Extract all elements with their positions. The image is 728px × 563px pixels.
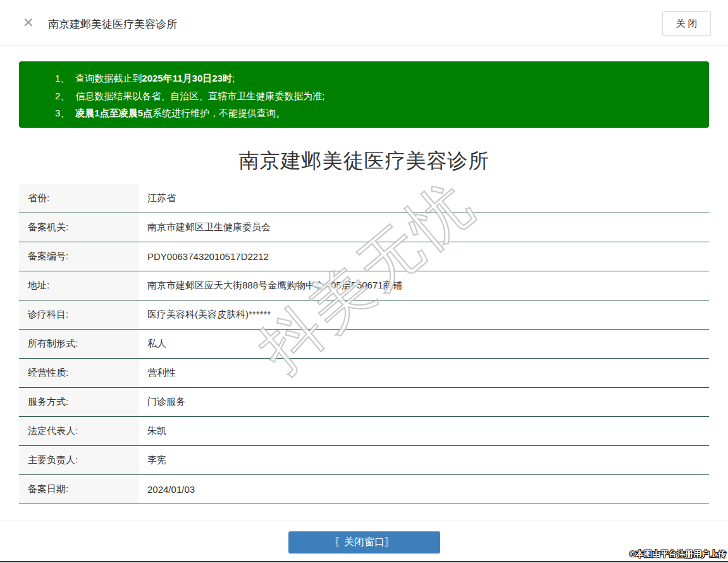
notice-line-number: 2、 xyxy=(55,90,70,101)
bottom-edge-line xyxy=(0,561,728,562)
field-label: 主要负责人: xyxy=(19,446,139,474)
field-label: 诊疗科目: xyxy=(19,300,139,329)
table-row-business-nature: 经营性质: 营利性 xyxy=(19,359,709,388)
field-label: 备案编号: xyxy=(19,242,139,271)
notice-text-bold: 2025年11月30日23时 xyxy=(142,73,232,84)
close-button[interactable]: 关 闭 xyxy=(662,11,711,36)
table-row-filing-number: 备案编号: PDY00637432010517D2212 xyxy=(19,242,709,271)
notice-line-number: 1、 xyxy=(55,73,70,84)
copyright-watermark: ©本图由平台注册用户上传 xyxy=(629,548,726,560)
field-value: 营利性 xyxy=(139,359,709,387)
page-title: 南京建邺美徒医疗美容诊所 xyxy=(0,147,728,175)
notice-line-1: 1、查询数据截止到2025年11月30日23时; xyxy=(55,70,696,87)
notice-text-bold: 凌晨1点至凌晨5点 xyxy=(75,108,152,118)
field-label: 服务方式: xyxy=(19,388,139,416)
table-row-legal-representative: 法定代表人: 朱凯 xyxy=(19,417,709,446)
table-row-filing-authority: 备案机关: 南京市建邺区卫生健康委员会 xyxy=(19,213,709,242)
table-row-address: 地址: 南京市建邺区应天大街888号金鹰购物中心A05层F50671商铺 xyxy=(19,271,709,300)
field-label: 地址: xyxy=(19,271,139,300)
field-value: 江苏省 xyxy=(139,184,709,213)
field-label: 经营性质: xyxy=(19,359,139,387)
field-label: 省份: xyxy=(19,184,139,213)
table-row-main-person-in-charge: 主要负责人: 李宪 xyxy=(19,446,709,475)
close-window-button[interactable]: 〖关闭窗口〗 xyxy=(288,531,440,554)
table-row-province: 省份: 江苏省 xyxy=(19,184,709,213)
detail-table: 省份: 江苏省 备案机关: 南京市建邺区卫生健康委员会 备案编号: PDY006… xyxy=(19,184,709,504)
field-value: 医疗美容科(美容皮肤科)****** xyxy=(139,300,709,329)
table-row-ownership-form: 所有制形式: 私人 xyxy=(19,330,709,359)
field-value: 朱凯 xyxy=(139,417,709,445)
field-value: 李宪 xyxy=(139,446,709,474)
notice-line-3: 3、凌晨1点至凌晨5点系统进行维护，不能提供查询。 xyxy=(55,104,696,122)
notice-text: 信息数据结果以各省、自治区、直辖市卫生健康委数据为准; xyxy=(75,90,324,101)
close-icon[interactable]: ✕ xyxy=(23,16,34,29)
notice-text: 查询数据截止到 xyxy=(75,73,142,84)
table-row-treatment-subjects: 诊疗科目: 医疗美容科(美容皮肤科)****** xyxy=(19,300,709,330)
field-value: 南京市建邺区应天大街888号金鹰购物中心A05层F50671商铺 xyxy=(139,271,709,300)
notice-line-2: 2、信息数据结果以各省、自治区、直辖市卫生健康委数据为准; xyxy=(55,87,696,105)
notice-text: ; xyxy=(232,73,235,84)
field-value: PDY00637432010517D2212 xyxy=(139,242,709,271)
header-bar: ✕ 南京建邺美徒医疗美容诊所 关 闭 xyxy=(0,0,728,46)
field-value: 南京市建邺区卫生健康委员会 xyxy=(139,213,709,242)
field-label: 所有制形式: xyxy=(19,330,139,358)
field-label: 备案日期: xyxy=(19,475,139,504)
header-title: 南京建邺美徒医疗美容诊所 xyxy=(48,17,177,32)
footer-divider xyxy=(0,521,728,521)
notice-line-number: 3、 xyxy=(55,108,70,118)
field-value: 2024/01/03 xyxy=(139,475,709,504)
field-value: 私人 xyxy=(139,330,709,358)
table-row-service-mode: 服务方式: 门诊服务 xyxy=(19,388,709,417)
field-label: 备案机关: xyxy=(19,213,139,242)
field-label: 法定代表人: xyxy=(19,417,139,445)
notice-box: 1、查询数据截止到2025年11月30日23时; 2、信息数据结果以各省、自治区… xyxy=(19,61,709,128)
notice-text: 系统进行维护，不能提供查询。 xyxy=(152,108,285,118)
field-value: 门诊服务 xyxy=(139,388,709,416)
table-row-filing-date: 备案日期: 2024/01/03 xyxy=(19,475,709,504)
